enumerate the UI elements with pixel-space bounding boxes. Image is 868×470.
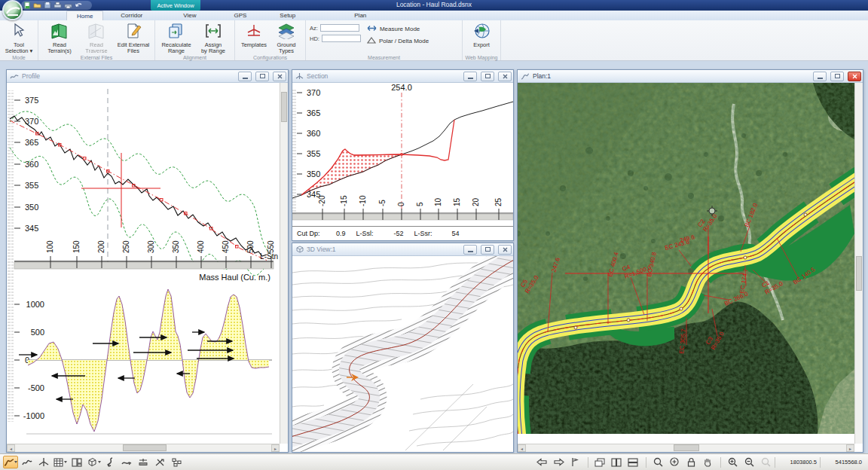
scroll-right-icon[interactable]: ▸	[846, 444, 854, 452]
button-label: Range	[168, 48, 185, 55]
profile-vscrollbar[interactable]	[280, 83, 288, 444]
group-caption-mode: Mode	[0, 55, 38, 60]
plan-hscrollbar[interactable]: ◂ ▸	[518, 444, 854, 452]
tab-view[interactable]: View	[173, 11, 206, 20]
spline-tool-button[interactable]	[119, 456, 134, 468]
globe-export-icon	[472, 23, 491, 42]
x-tick-label: 200	[97, 240, 105, 253]
button-label: Templates	[241, 42, 267, 49]
x-tick-label: 10	[434, 197, 442, 206]
view-3d-button[interactable]	[86, 456, 101, 468]
next-station-button[interactable]	[551, 456, 566, 468]
mh-y-tick: -1000	[23, 411, 44, 420]
zoom-out-button[interactable]	[741, 456, 756, 468]
scroll-right-icon[interactable]: ▸	[271, 444, 280, 452]
curve-tool-button[interactable]	[102, 456, 118, 468]
zoom-extents-button[interactable]	[667, 456, 682, 468]
button-label: Terrain(s)	[47, 48, 72, 55]
section-view-button[interactable]	[36, 456, 51, 468]
section-minimize-button[interactable]	[463, 72, 477, 81]
cut-depth-value: 0.9	[320, 230, 346, 237]
templates-button[interactable]: Templates	[239, 22, 269, 53]
plan-vscrollbar[interactable]	[854, 83, 863, 444]
zoom-previous-button	[758, 456, 773, 468]
hd-input[interactable]	[322, 35, 361, 42]
view3d-title-bar[interactable]: 3D View:1	[292, 243, 513, 256]
road-mesh	[292, 259, 513, 438]
az-label: Az:	[310, 25, 318, 32]
export-button[interactable]: Export	[466, 22, 497, 53]
status-bar: 1803800.5 5415568.0	[0, 453, 868, 470]
profile-view-button[interactable]	[20, 456, 35, 468]
cascade-windows-button[interactable]	[592, 456, 607, 468]
profile-close-button[interactable]	[273, 72, 286, 81]
double-arrow-icon	[367, 25, 377, 33]
tool-selection-button[interactable]: Tool Selection ▾	[4, 22, 34, 53]
tab-setup[interactable]: Setup	[270, 11, 305, 20]
split-vertical-button[interactable]	[609, 456, 624, 468]
measure-tool-button[interactable]	[152, 456, 167, 468]
x-tick-label: 300	[147, 240, 155, 253]
view3d-content[interactable]	[292, 256, 513, 452]
tab-corridor[interactable]: Corridor	[111, 11, 152, 20]
profile-content[interactable]: 375 370 365 360 355 350 345	[7, 83, 288, 452]
profile-y-axis: 375 370 365 360 355 350 345	[14, 96, 38, 233]
section-content[interactable]: 370 365 360 355 350 345 254.0	[292, 83, 513, 240]
profile-chart: 375 370 365 360 355 350 345	[7, 83, 280, 444]
plan-view-button[interactable]	[3, 456, 18, 468]
scroll-left-icon[interactable]: ◂	[7, 444, 15, 452]
plan-close-button[interactable]	[848, 72, 861, 81]
plan-title-bar[interactable]: Plan:1	[518, 70, 863, 83]
structure-tool-button[interactable]	[169, 456, 184, 468]
flag-button[interactable]	[567, 456, 582, 468]
plan-minimize-button[interactable]	[813, 72, 827, 81]
plan-content[interactable]: EC 400.4 C4 R=1,500.0 BC 340.8 C5 R=35.0…	[518, 83, 863, 452]
l-ssr-label: L-Ssr:	[414, 230, 432, 237]
window-layout-button[interactable]	[69, 456, 84, 468]
x-tick-label: -5	[378, 200, 387, 206]
x-coordinate: 1803800.5	[775, 457, 820, 468]
template-tool-button[interactable]	[136, 456, 151, 468]
polar-delta-mode-button[interactable]: Polar / Delta Mode	[367, 37, 429, 45]
x-tick-label: 25	[494, 197, 503, 206]
view3d-minimize-button[interactable]	[463, 245, 477, 255]
view3d-restore-button[interactable]	[481, 245, 494, 255]
zoom-in-button[interactable]	[725, 456, 740, 468]
ground-types-button[interactable]: Ground Types	[271, 22, 301, 53]
section-title-bar[interactable]: Section	[292, 70, 513, 83]
app-logo[interactable]	[2, 0, 23, 20]
assign-by-range-button[interactable]: Assign by Range	[196, 22, 231, 53]
section-x-axis: -20 -15 -10 -5 0 5 10 15 20 25	[292, 195, 513, 220]
recalculate-range-button[interactable]: Recalculate Range	[159, 22, 194, 53]
plan-restore-button[interactable]	[830, 72, 844, 81]
view3d-close-button[interactable]	[498, 245, 512, 255]
edit-external-files-button[interactable]: Edit External Files	[116, 22, 151, 53]
profile-hscrollbar[interactable]: ◂ ▸	[7, 444, 280, 452]
data-table-button[interactable]	[53, 456, 68, 468]
tab-plan[interactable]: Plan	[344, 11, 376, 20]
ribbon-group-web-mapping: Export Web Mapping	[463, 20, 501, 60]
scroll-left-icon[interactable]: ◂	[518, 444, 526, 452]
section-icon	[295, 69, 304, 83]
profile-minimize-button[interactable]	[238, 72, 252, 81]
button-label: Types	[279, 48, 294, 55]
tab-home[interactable]: Home	[66, 11, 103, 20]
y-tick-label: 375	[25, 96, 38, 105]
profile-title-bar[interactable]: Profile	[7, 70, 288, 83]
az-input[interactable]	[320, 24, 359, 32]
zoom-lock-button[interactable]	[683, 456, 698, 468]
prev-station-button[interactable]	[534, 456, 549, 468]
measure-mode-button[interactable]: Measure Mode	[367, 25, 429, 33]
zoom-window-button[interactable]	[650, 456, 665, 468]
profile-restore-button[interactable]	[255, 72, 269, 81]
tab-gps[interactable]: GPS	[224, 11, 256, 20]
section-title: Section	[307, 72, 460, 80]
split-horizontal-button[interactable]	[625, 456, 640, 468]
pan-hand-button[interactable]	[700, 456, 715, 468]
terrain-book-icon	[50, 23, 69, 42]
y-tick-label: 360	[307, 129, 320, 138]
section-restore-button[interactable]	[481, 72, 494, 81]
x-tick-label: 400	[197, 240, 205, 253]
read-terrains-button[interactable]: Read Terrain(s)	[42, 22, 77, 53]
section-close-button[interactable]	[498, 72, 512, 81]
